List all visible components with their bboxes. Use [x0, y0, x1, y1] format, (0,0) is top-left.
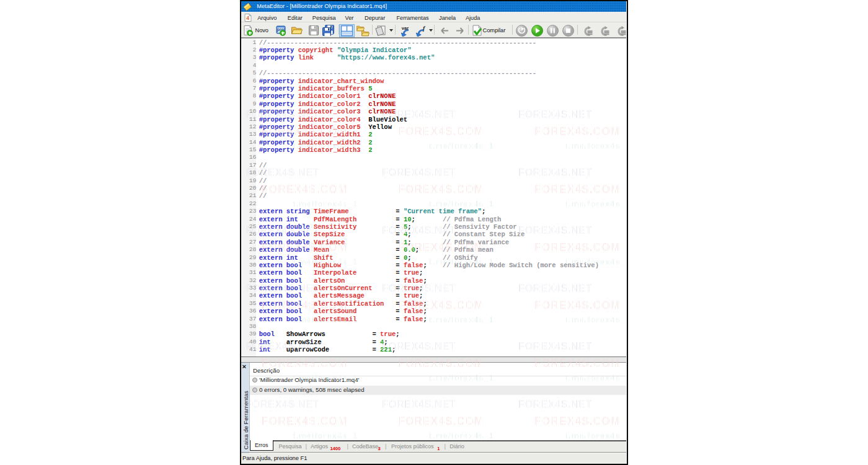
svg-text:4: 4 [246, 15, 249, 21]
